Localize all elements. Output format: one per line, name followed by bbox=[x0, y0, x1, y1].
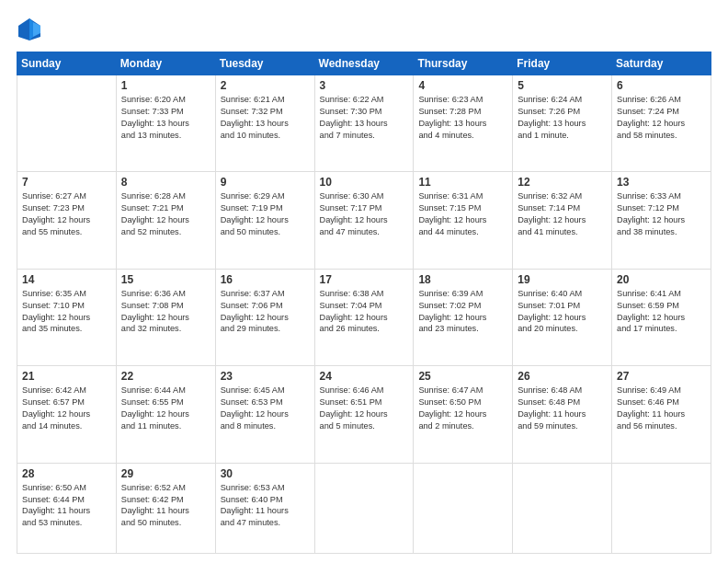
day-number: 3 bbox=[320, 79, 409, 92]
cell-content: Sunrise: 6:33 AM Sunset: 7:12 PM Dayligh… bbox=[617, 190, 706, 238]
calendar-cell: 16Sunrise: 6:37 AM Sunset: 7:06 PM Dayli… bbox=[215, 269, 314, 365]
day-number: 20 bbox=[617, 273, 706, 286]
day-number: 19 bbox=[518, 273, 607, 286]
calendar-cell: 24Sunrise: 6:46 AM Sunset: 6:51 PM Dayli… bbox=[314, 366, 414, 463]
day-number: 26 bbox=[518, 370, 607, 383]
calendar-cell bbox=[612, 463, 711, 553]
week-row-1: 1Sunrise: 6:20 AM Sunset: 7:33 PM Daylig… bbox=[17, 75, 711, 172]
cell-content: Sunrise: 6:38 AM Sunset: 7:04 PM Dayligh… bbox=[320, 288, 409, 336]
calendar-cell: 8Sunrise: 6:28 AM Sunset: 7:21 PM Daylig… bbox=[116, 172, 215, 269]
day-number: 5 bbox=[518, 79, 607, 92]
cell-content: Sunrise: 6:40 AM Sunset: 7:01 PM Dayligh… bbox=[518, 288, 607, 336]
calendar-cell: 11Sunrise: 6:31 AM Sunset: 7:15 PM Dayli… bbox=[414, 172, 513, 269]
calendar-cell: 13Sunrise: 6:33 AM Sunset: 7:12 PM Dayli… bbox=[612, 172, 711, 269]
calendar-cell: 20Sunrise: 6:41 AM Sunset: 6:59 PM Dayli… bbox=[612, 269, 711, 365]
week-row-5: 28Sunrise: 6:50 AM Sunset: 6:44 PM Dayli… bbox=[17, 463, 711, 553]
calendar-cell: 5Sunrise: 6:24 AM Sunset: 7:26 PM Daylig… bbox=[513, 75, 612, 172]
day-number: 6 bbox=[617, 79, 706, 92]
day-number: 1 bbox=[121, 79, 210, 92]
calendar-cell: 29Sunrise: 6:52 AM Sunset: 6:42 PM Dayli… bbox=[116, 463, 215, 553]
calendar-cell: 12Sunrise: 6:32 AM Sunset: 7:14 PM Dayli… bbox=[513, 172, 612, 269]
cell-content: Sunrise: 6:42 AM Sunset: 6:57 PM Dayligh… bbox=[22, 385, 111, 432]
cell-content: Sunrise: 6:48 AM Sunset: 6:48 PM Dayligh… bbox=[518, 385, 607, 432]
cell-content: Sunrise: 6:49 AM Sunset: 6:46 PM Dayligh… bbox=[617, 385, 706, 432]
weekday-header-saturday: Saturday bbox=[612, 52, 711, 75]
calendar-cell: 2Sunrise: 6:21 AM Sunset: 7:32 PM Daylig… bbox=[215, 75, 314, 172]
calendar-cell: 17Sunrise: 6:38 AM Sunset: 7:04 PM Dayli… bbox=[314, 269, 414, 365]
calendar-cell: 26Sunrise: 6:48 AM Sunset: 6:48 PM Dayli… bbox=[513, 366, 612, 463]
day-number: 11 bbox=[418, 176, 507, 189]
cell-content: Sunrise: 6:23 AM Sunset: 7:28 PM Dayligh… bbox=[418, 94, 507, 142]
weekday-header-thursday: Thursday bbox=[414, 52, 513, 75]
day-number: 16 bbox=[221, 273, 310, 286]
svg-marker-2 bbox=[29, 18, 33, 40]
cell-content: Sunrise: 6:26 AM Sunset: 7:24 PM Dayligh… bbox=[617, 94, 706, 142]
cell-content: Sunrise: 6:47 AM Sunset: 6:50 PM Dayligh… bbox=[418, 385, 507, 432]
day-number: 9 bbox=[221, 176, 310, 189]
day-number: 14 bbox=[22, 273, 111, 286]
day-number: 28 bbox=[22, 467, 111, 480]
week-row-2: 7Sunrise: 6:27 AM Sunset: 7:23 PM Daylig… bbox=[17, 172, 711, 269]
weekday-header-monday: Monday bbox=[116, 52, 215, 75]
calendar-cell: 23Sunrise: 6:45 AM Sunset: 6:53 PM Dayli… bbox=[215, 366, 314, 463]
cell-content: Sunrise: 6:30 AM Sunset: 7:17 PM Dayligh… bbox=[320, 190, 409, 238]
cell-content: Sunrise: 6:46 AM Sunset: 6:51 PM Dayligh… bbox=[320, 385, 409, 432]
cell-content: Sunrise: 6:39 AM Sunset: 7:02 PM Dayligh… bbox=[418, 288, 507, 336]
header bbox=[17, 17, 711, 42]
day-number: 29 bbox=[121, 467, 210, 480]
day-number: 4 bbox=[418, 79, 507, 92]
cell-content: Sunrise: 6:24 AM Sunset: 7:26 PM Dayligh… bbox=[518, 94, 607, 142]
cell-content: Sunrise: 6:36 AM Sunset: 7:08 PM Dayligh… bbox=[121, 288, 210, 336]
calendar-cell bbox=[414, 463, 513, 553]
calendar-cell: 21Sunrise: 6:42 AM Sunset: 6:57 PM Dayli… bbox=[17, 366, 117, 463]
calendar-cell: 9Sunrise: 6:29 AM Sunset: 7:19 PM Daylig… bbox=[215, 172, 314, 269]
calendar-cell: 22Sunrise: 6:44 AM Sunset: 6:55 PM Dayli… bbox=[116, 366, 215, 463]
calendar-cell: 28Sunrise: 6:50 AM Sunset: 6:44 PM Dayli… bbox=[17, 463, 117, 553]
calendar-cell: 30Sunrise: 6:53 AM Sunset: 6:40 PM Dayli… bbox=[215, 463, 314, 553]
day-number: 13 bbox=[617, 176, 706, 189]
calendar-cell bbox=[513, 463, 612, 553]
cell-content: Sunrise: 6:44 AM Sunset: 6:55 PM Dayligh… bbox=[121, 385, 210, 432]
cell-content: Sunrise: 6:50 AM Sunset: 6:44 PM Dayligh… bbox=[22, 482, 111, 530]
cell-content: Sunrise: 6:52 AM Sunset: 6:42 PM Dayligh… bbox=[121, 482, 210, 530]
day-number: 12 bbox=[518, 176, 607, 189]
cell-content: Sunrise: 6:35 AM Sunset: 7:10 PM Dayligh… bbox=[22, 288, 111, 336]
cell-content: Sunrise: 6:31 AM Sunset: 7:15 PM Dayligh… bbox=[418, 190, 507, 238]
day-number: 15 bbox=[121, 273, 210, 286]
day-number: 2 bbox=[221, 79, 310, 92]
day-number: 10 bbox=[320, 176, 409, 189]
page: SundayMondayTuesdayWednesdayThursdayFrid… bbox=[0, 0, 728, 563]
logo-icon bbox=[17, 17, 42, 42]
day-number: 17 bbox=[320, 273, 409, 286]
cell-content: Sunrise: 6:41 AM Sunset: 6:59 PM Dayligh… bbox=[617, 288, 706, 336]
day-number: 24 bbox=[320, 370, 409, 383]
logo bbox=[17, 17, 46, 42]
cell-content: Sunrise: 6:21 AM Sunset: 7:32 PM Dayligh… bbox=[221, 94, 310, 142]
calendar-cell: 15Sunrise: 6:36 AM Sunset: 7:08 PM Dayli… bbox=[116, 269, 215, 365]
calendar-cell: 19Sunrise: 6:40 AM Sunset: 7:01 PM Dayli… bbox=[513, 269, 612, 365]
calendar-cell bbox=[314, 463, 414, 553]
calendar-cell: 25Sunrise: 6:47 AM Sunset: 6:50 PM Dayli… bbox=[414, 366, 513, 463]
weekday-header-row: SundayMondayTuesdayWednesdayThursdayFrid… bbox=[17, 52, 711, 75]
week-row-4: 21Sunrise: 6:42 AM Sunset: 6:57 PM Dayli… bbox=[17, 366, 711, 463]
calendar-cell: 27Sunrise: 6:49 AM Sunset: 6:46 PM Dayli… bbox=[612, 366, 711, 463]
cell-content: Sunrise: 6:45 AM Sunset: 6:53 PM Dayligh… bbox=[221, 385, 310, 432]
day-number: 21 bbox=[22, 370, 111, 383]
day-number: 25 bbox=[418, 370, 507, 383]
weekday-header-tuesday: Tuesday bbox=[215, 52, 314, 75]
day-number: 30 bbox=[221, 467, 310, 480]
calendar-cell: 3Sunrise: 6:22 AM Sunset: 7:30 PM Daylig… bbox=[314, 75, 414, 172]
calendar: SundayMondayTuesdayWednesdayThursdayFrid… bbox=[17, 52, 711, 554]
cell-content: Sunrise: 6:32 AM Sunset: 7:14 PM Dayligh… bbox=[518, 190, 607, 238]
calendar-cell: 6Sunrise: 6:26 AM Sunset: 7:24 PM Daylig… bbox=[612, 75, 711, 172]
calendar-cell: 7Sunrise: 6:27 AM Sunset: 7:23 PM Daylig… bbox=[17, 172, 117, 269]
weekday-header-sunday: Sunday bbox=[17, 52, 117, 75]
day-number: 23 bbox=[221, 370, 310, 383]
weekday-header-wednesday: Wednesday bbox=[314, 52, 414, 75]
cell-content: Sunrise: 6:28 AM Sunset: 7:21 PM Dayligh… bbox=[121, 190, 210, 238]
day-number: 18 bbox=[418, 273, 507, 286]
calendar-cell: 10Sunrise: 6:30 AM Sunset: 7:17 PM Dayli… bbox=[314, 172, 414, 269]
calendar-cell: 14Sunrise: 6:35 AM Sunset: 7:10 PM Dayli… bbox=[17, 269, 117, 365]
calendar-cell: 4Sunrise: 6:23 AM Sunset: 7:28 PM Daylig… bbox=[414, 75, 513, 172]
cell-content: Sunrise: 6:29 AM Sunset: 7:19 PM Dayligh… bbox=[221, 190, 310, 238]
